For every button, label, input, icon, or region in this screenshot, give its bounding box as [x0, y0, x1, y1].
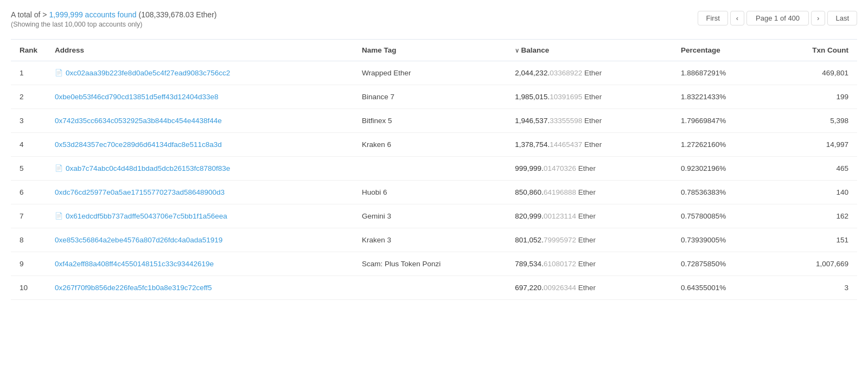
table-header-row: Rank Address Name Tag ∨ Balance Percenta… — [11, 40, 857, 61]
address-text: 0x61edcdf5bb737adffe5043706e7c5bb1f1a56e… — [66, 212, 227, 220]
address-cell: 📄0xc02aaa39b223fe8d0a0e5c4f27ead9083c756… — [46, 61, 353, 85]
table-row: 7📄0x61edcdf5bb737adffe5043706e7c5bb1f1a5… — [11, 204, 857, 228]
name-tag-cell: Kraken 3 — [353, 228, 506, 252]
balance-unit: Ether — [576, 164, 596, 172]
rank-cell: 9 — [11, 252, 46, 276]
prev-page-button[interactable]: ‹ — [730, 11, 744, 25]
rank-cell: 8 — [11, 228, 46, 252]
balance-cell: 1,985,015.10391695 Ether — [506, 85, 672, 109]
table-row: 90xf4a2eff88a408ff4c4550148151c33c934426… — [11, 252, 857, 276]
address-cell: 0xdc76cd25977e0a5ae17155770273ad58648900… — [46, 181, 353, 204]
address-cell: 0x53d284357ec70ce289d6d64134dfac8e511c8a… — [46, 133, 353, 157]
percentage-cell: 0.92302196% — [672, 157, 772, 181]
address-link[interactable]: 📄0x61edcdf5bb737adffe5043706e7c5bb1f1a56… — [55, 212, 344, 220]
address-link[interactable]: 0xbe0eb53f46cd790cd13851d5eff43d12404d33… — [55, 93, 344, 101]
balance-main: 801,052. — [515, 236, 544, 244]
table-row: 80xe853c56864a2ebe4576a807d26fdc4a0ada51… — [11, 228, 857, 252]
balance-main: 999,999. — [515, 164, 544, 172]
txn-count-cell: 199 — [772, 85, 857, 109]
rank-cell: 7 — [11, 204, 46, 228]
next-page-button[interactable]: › — [811, 11, 825, 25]
address-link[interactable]: 📄0xc02aaa39b223fe8d0a0e5c4f27ead9083c756… — [55, 69, 344, 77]
rank-cell: 6 — [11, 181, 46, 204]
table-row: 1📄0xc02aaa39b223fe8d0a0e5c4f27ead9083c75… — [11, 61, 857, 85]
balance-unit: Ether — [582, 93, 602, 101]
accounts-table: Rank Address Name Tag ∨ Balance Percenta… — [11, 39, 857, 300]
txn-count-cell: 162 — [772, 204, 857, 228]
address-link[interactable]: 0x53d284357ec70ce289d6d64134dfac8e511c8a… — [55, 140, 344, 149]
balance-unit: Ether — [576, 212, 596, 220]
address-cell: 📄0xab7c74abc0c4d48d1bdad5dcb26153fc8780f… — [46, 157, 353, 181]
rank-cell: 10 — [11, 276, 46, 300]
balance-unit: Ether — [576, 284, 596, 292]
address-link[interactable]: 0xdc76cd25977e0a5ae17155770273ad58648900… — [55, 188, 344, 196]
name-tag-cell: Kraken 6 — [353, 133, 506, 157]
balance-unit: Ether — [582, 117, 602, 125]
balance-cell: 1,946,537.33355598 Ether — [506, 109, 672, 133]
address-cell: 0x742d35cc6634c0532925a3b844bc454e4438f4… — [46, 109, 353, 133]
rank-cell: 5 — [11, 157, 46, 181]
col-header-balance[interactable]: ∨ Balance — [506, 40, 672, 61]
summary-text: A total of > 1,999,999 accounts found (1… — [11, 9, 216, 21]
address-link[interactable]: 0xe853c56864a2ebe4576a807d26fdc4a0ada519… — [55, 236, 344, 244]
balance-decimal: 01470326 — [544, 164, 576, 172]
balance-cell: 999,999.01470326 Ether — [506, 157, 672, 181]
name-tag-cell: Huobi 6 — [353, 181, 506, 204]
address-cell: 0xe853c56864a2ebe4576a807d26fdc4a0ada519… — [46, 228, 353, 252]
accounts-count-link[interactable]: 1,999,999 accounts found — [49, 10, 136, 19]
balance-cell: 1,378,754.14465437 Ether — [506, 133, 672, 157]
name-tag-cell: Wrapped Ether — [353, 61, 506, 85]
rank-cell: 3 — [11, 109, 46, 133]
balance-decimal: 61080172 — [544, 260, 576, 268]
txn-count-cell: 14,997 — [772, 133, 857, 157]
balance-main: 850,860. — [515, 188, 544, 196]
balance-decimal: 14465437 — [550, 140, 582, 149]
txn-count-cell: 140 — [772, 181, 857, 204]
table-row: 40x53d284357ec70ce289d6d64134dfac8e511c8… — [11, 133, 857, 157]
balance-main: 820,999. — [515, 212, 544, 220]
balance-main: 2,044,232. — [515, 69, 550, 77]
address-text: 0xbe0eb53f46cd790cd13851d5eff43d12404d33… — [55, 93, 219, 101]
balance-decimal: 33355598 — [550, 117, 582, 125]
balance-cell: 850,860.64196888 Ether — [506, 181, 672, 204]
address-text: 0xab7c74abc0c4d48d1bdad5dcb26153fc8780f8… — [66, 164, 230, 172]
pagination: First ‹ Page 1 of 400 › Last — [698, 11, 857, 25]
balance-main: 1,946,537. — [515, 117, 550, 125]
address-link[interactable]: 0xf4a2eff88a408ff4c4550148151c33c9344261… — [55, 260, 344, 268]
balance-cell: 789,534.61080172 Ether — [506, 252, 672, 276]
percentage-cell: 0.72875850% — [672, 252, 772, 276]
table-row: 100x267f70f9b856de226fea5fc1b0a8e319c72c… — [11, 276, 857, 300]
address-cell: 0xf4a2eff88a408ff4c4550148151c33c9344261… — [46, 252, 353, 276]
contract-icon: 📄 — [55, 165, 62, 172]
txn-count-cell: 469,801 — [772, 61, 857, 85]
balance-cell: 2,044,232.03368922 Ether — [506, 61, 672, 85]
header-section: A total of > 1,999,999 accounts found (1… — [11, 9, 857, 28]
percentage-cell: 0.78536383% — [672, 181, 772, 204]
summary-block: A total of > 1,999,999 accounts found (1… — [11, 9, 216, 28]
address-link[interactable]: 0x267f70f9b856de226fea5fc1b0a8e319c72cef… — [55, 284, 344, 292]
contract-icon: 📄 — [55, 69, 62, 77]
percentage-cell: 1.88687291% — [672, 61, 772, 85]
contract-icon: 📄 — [55, 213, 62, 220]
address-text: 0xdc76cd25977e0a5ae17155770273ad58648900… — [55, 188, 225, 196]
balance-unit: Ether — [576, 260, 596, 268]
name-tag-cell: Gemini 3 — [353, 204, 506, 228]
name-tag-cell: Binance 7 — [353, 85, 506, 109]
txn-count-cell: 3 — [772, 276, 857, 300]
percentage-cell: 1.27262160% — [672, 133, 772, 157]
first-page-button[interactable]: First — [698, 11, 727, 25]
address-text: 0xf4a2eff88a408ff4c4550148151c33c9344261… — [55, 260, 214, 268]
balance-decimal: 03368922 — [550, 69, 582, 77]
name-tag-cell: Bitfinex 5 — [353, 109, 506, 133]
col-header-percentage: Percentage — [672, 40, 772, 61]
balance-decimal: 64196888 — [544, 188, 576, 196]
address-link[interactable]: 0x742d35cc6634c0532925a3b844bc454e4438f4… — [55, 117, 344, 125]
table-row: 20xbe0eb53f46cd790cd13851d5eff43d12404d3… — [11, 85, 857, 109]
balance-decimal: 00926344 — [544, 284, 576, 292]
address-text: 0x53d284357ec70ce289d6d64134dfac8e511c8a… — [55, 140, 222, 149]
address-link[interactable]: 📄0xab7c74abc0c4d48d1bdad5dcb26153fc8780f… — [55, 164, 344, 172]
balance-main: 1,985,015. — [515, 93, 550, 101]
balance-unit: Ether — [576, 188, 596, 196]
last-page-button[interactable]: Last — [827, 11, 857, 25]
percentage-cell: 1.83221433% — [672, 85, 772, 109]
